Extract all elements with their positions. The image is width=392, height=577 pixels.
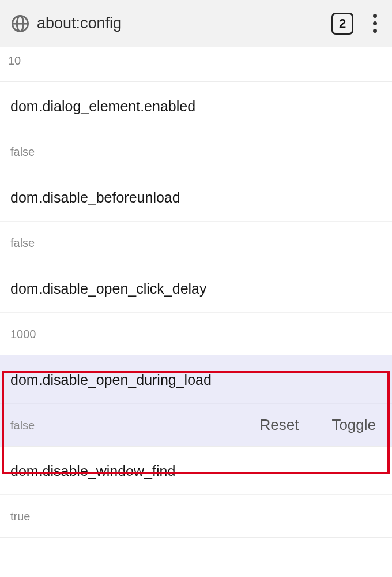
pref-name: dom.disable_open_click_delay [0, 264, 392, 313]
pref-value: false [0, 130, 392, 173]
globe-icon [10, 14, 30, 33]
preferences-list: 10 dom.dialog_element.enabledfalsedom.di… [0, 47, 392, 538]
dot-icon [373, 14, 377, 18]
pref-name: dom.disable_beforeunload [0, 173, 392, 222]
dot-icon [373, 29, 377, 33]
pref-value: true [0, 495, 392, 537]
pref-value-partial: 10 [0, 47, 392, 82]
tab-count: 2 [339, 16, 346, 31]
pref-row[interactable]: dom.dialog_element.enabledfalse [0, 82, 392, 173]
pref-row[interactable]: dom.disable_window_findtrue [0, 447, 392, 538]
pref-value-row: 1000 [0, 313, 392, 355]
reset-button[interactable]: Reset [243, 404, 315, 446]
dot-icon [373, 21, 377, 25]
pref-name: dom.dialog_element.enabled [0, 82, 392, 130]
pref-row[interactable]: dom.disable_open_during_loadfalseResetTo… [0, 355, 392, 447]
pref-value: false [0, 222, 392, 264]
pref-row[interactable]: dom.disable_beforeunloadfalse [0, 173, 392, 264]
pref-row[interactable]: dom.disable_open_click_delay1000 [0, 264, 392, 355]
pref-value: 1000 [0, 313, 392, 355]
browser-toolbar: about:config 2 [0, 0, 392, 47]
pref-name: dom.disable_window_find [0, 447, 392, 495]
pref-value-row: false [0, 130, 392, 173]
address-bar-url[interactable]: about:config [37, 14, 331, 32]
pref-value-row: falseResetToggle [0, 404, 392, 446]
toggle-button[interactable]: Toggle [315, 404, 392, 446]
menu-button[interactable] [368, 10, 382, 36]
pref-name: dom.disable_open_during_load [0, 355, 392, 404]
pref-value-row: true [0, 495, 392, 537]
pref-value-row: false [0, 222, 392, 264]
tabs-button[interactable]: 2 [331, 13, 353, 35]
pref-value: false [0, 404, 243, 446]
